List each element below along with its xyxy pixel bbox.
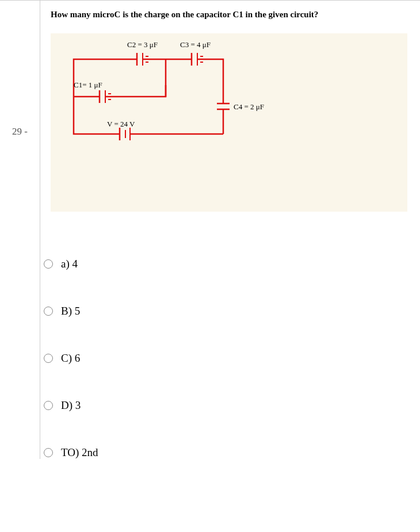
radio-icon[interactable] [44,307,53,316]
label-v: V = 24 V [107,120,135,129]
question-number-column: 29 - [0,1,40,459]
radio-icon[interactable] [44,354,53,363]
label-c1: C1= 1 μF [74,81,102,90]
option-label: a) 4 [61,258,78,270]
radio-icon[interactable] [44,259,53,269]
content-column: How many microC is the charge on the cap… [40,1,420,459]
circuit-diagram: C1= 1 μF C2 = 3 μF C3 = 4 μF C4 = 2 μF V… [51,33,407,212]
option-c[interactable]: C) 6 [40,335,420,382]
radio-icon[interactable] [44,401,53,410]
question-text: How many microC is the charge on the cap… [40,1,420,28]
option-b[interactable]: B) 5 [40,288,420,335]
option-d[interactable]: D) 3 [40,382,420,429]
question-number: 29 - [12,126,28,137]
radio-icon[interactable] [44,448,53,457]
options-list: a) 4 B) 5 C) 6 D) 3 TO) 2nd [40,217,420,459]
label-c2: C2 = 3 μF [127,40,158,49]
option-label: C) 6 [61,352,80,365]
option-label: B) 5 [61,305,80,317]
label-c4: C4 = 2 μF [234,102,264,112]
option-label: TO) 2nd [61,446,98,459]
label-c3: C3 = 4 μF [180,40,211,49]
question-container: 29 - How many microC is the charge on th… [0,0,420,459]
option-a[interactable]: a) 4 [40,240,420,288]
option-to[interactable]: TO) 2nd [40,429,420,459]
option-label: D) 3 [61,399,81,412]
